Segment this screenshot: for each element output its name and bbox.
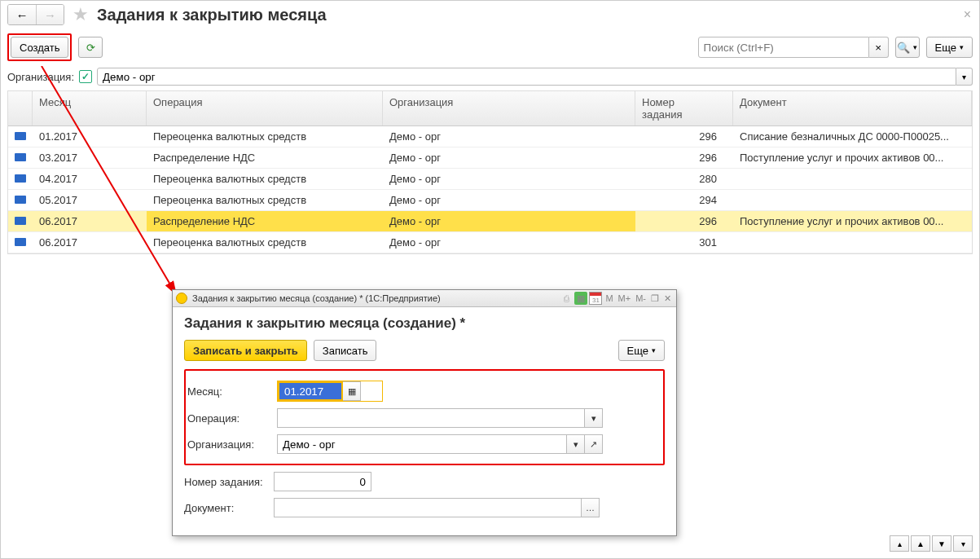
calendar-31-icon[interactable]: 31 [589,292,602,305]
titlebar: ← → ★ Задания к закрытию месяца × [1,1,979,30]
row-status-icon [15,217,26,225]
row-status-icon [15,238,26,246]
org-filter-label: Организация: [7,71,74,83]
cell-operation: Переоценка валютных средств [147,190,383,210]
month-field[interactable] [278,381,343,401]
operation-field[interactable] [277,408,585,428]
org-field[interactable] [277,434,567,454]
table-row[interactable]: 04.2017Переоценка валютных средствДемо -… [8,169,972,190]
refresh-button[interactable]: ⟳ [78,37,103,58]
table-row[interactable]: 05.2017Переоценка валютных средствДемо -… [8,190,972,211]
create-button[interactable]: Создать [11,37,68,58]
cell-doc [733,190,972,210]
more-button[interactable]: Еще ▾ [926,37,973,58]
org-filter-input[interactable] [97,68,956,86]
cell-org: Демо - орг [383,190,635,210]
operation-dropdown-icon[interactable]: ▾ [585,408,603,428]
cell-month: 01.2017 [33,126,147,147]
forward-button[interactable]: → [36,5,64,24]
search-clear-button[interactable]: × [869,37,889,58]
task-grid: Месяц Операция Организация Номер задания… [7,90,973,254]
cell-task-no: 280 [635,169,733,189]
col-doc[interactable]: Документ [733,91,972,125]
cell-doc [733,232,972,253]
calendar-green-icon[interactable]: ▦ [574,292,587,305]
cell-org: Демо - орг [383,232,635,253]
back-button[interactable]: ← [8,5,36,24]
memory-m-minus-button[interactable]: M- [634,293,648,303]
cell-month: 04.2017 [33,169,147,189]
col-operation[interactable]: Операция [147,91,383,125]
cell-operation: Переоценка валютных средств [147,169,383,189]
doc-label: Документ: [184,502,274,514]
org-filter-dropdown[interactable]: ▾ [956,68,973,86]
org-label: Организация: [187,438,277,451]
search-box: × [698,37,889,58]
doc-field[interactable] [274,498,582,517]
cell-month: 06.2017 [33,232,147,253]
save-and-close-button[interactable]: Записать и закрыть [184,340,307,361]
month-label: Месяц: [187,385,277,398]
cell-task-no: 296 [635,211,733,231]
dialog-titlebar[interactable]: Задания к закрытию месяца (создание) * (… [173,290,676,307]
row-status-icon [15,196,26,204]
table-row[interactable]: 06.2017Переоценка валютных средствДемо -… [8,232,972,253]
table-row[interactable]: 03.2017Распределение НДСДемо - орг296Пос… [8,147,972,169]
cell-task-no: 296 [635,126,733,147]
cell-operation: Распределение НДС [147,147,383,168]
dialog-heading: Задания к закрытию месяца (создание) * [184,315,665,332]
month-calendar-icon[interactable]: ▦ [343,381,361,401]
app-1c-icon [176,293,187,304]
filter-bar: Организация: ✓ ▾ [1,66,979,90]
table-row[interactable]: 01.2017Переоценка валютных средствДемо -… [8,126,972,147]
cell-doc: Списание безналичных ДС 0000-П00025... [733,126,972,147]
cell-operation: Переоценка валютных средств [147,232,383,253]
create-highlight: Создать [7,33,72,61]
cell-doc: Поступление услуг и прочих активов 00... [733,147,972,168]
org-open-icon[interactable]: ↗ [585,434,603,454]
doc-select-icon[interactable]: … [582,498,600,517]
app-window: ← → ★ Задания к закрытию месяца × Создат… [0,0,980,559]
org-filter-checkbox[interactable]: ✓ [79,70,92,83]
cell-task-no: 294 [635,190,733,210]
window-restore-icon[interactable]: ❐ [649,293,661,304]
org-dropdown-icon[interactable]: ▾ [567,434,585,454]
row-status-icon [15,132,26,140]
grid-nav: ▴ ▲ ▼ ▾ [890,535,973,552]
window-close-icon[interactable]: ✕ [662,293,673,304]
col-month[interactable]: Месяц [33,91,147,125]
task-no-field[interactable] [274,472,371,491]
cell-org: Демо - орг [383,147,635,168]
save-button[interactable]: Записать [314,340,377,361]
grid-nav-up[interactable]: ▲ [911,535,930,552]
grid-nav-down[interactable]: ▼ [932,535,951,552]
cell-org: Демо - орг [383,169,635,189]
task-no-label: Номер задания: [184,476,274,488]
dialog-window-title: Задания к закрытию месяца (создание) * (… [192,293,441,303]
col-task-no[interactable]: Номер задания [635,91,733,125]
cell-operation: Переоценка валютных средств [147,126,383,147]
dialog-more-button[interactable]: Еще ▾ [618,340,665,361]
search-input[interactable] [698,37,869,58]
page-title: Задания к закрытию месяца [97,6,327,24]
print-icon[interactable]: ⎙ [560,292,573,305]
toolbar: Создать ⟳ × 🔍 ▾ Еще ▾ [1,30,979,66]
grid-nav-last[interactable]: ▾ [953,535,973,552]
cell-doc: Поступление услуг и прочих активов 00... [733,211,972,231]
close-icon[interactable]: × [964,7,971,22]
favorite-star-icon[interactable]: ★ [73,4,89,25]
cell-task-no: 301 [635,232,733,253]
cell-month: 03.2017 [33,147,147,168]
grid-header: Месяц Операция Организация Номер задания… [8,91,972,126]
required-fields-highlight: Месяц: ▦ Операция: ▾ Организация: [184,369,665,465]
row-status-icon [15,174,26,183]
grid-nav-first[interactable]: ▴ [890,535,909,552]
col-org[interactable]: Организация [383,91,635,125]
nav-buttons: ← → [7,4,64,25]
memory-m-plus-button[interactable]: M+ [617,293,633,303]
create-dialog: Задания к закрытию месяца (создание) * (… [172,289,677,536]
table-row[interactable]: 06.2017Распределение НДСДемо - орг296Пос… [8,211,972,232]
cell-month: 05.2017 [33,190,147,210]
advanced-search-button[interactable]: 🔍 ▾ [895,37,920,58]
memory-m-button[interactable]: M [604,293,614,303]
